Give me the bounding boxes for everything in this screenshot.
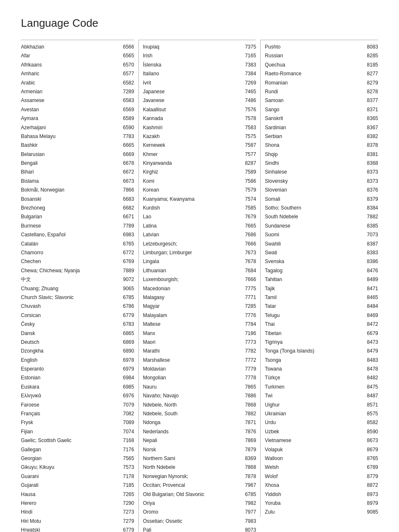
language-name: Frysk (21, 419, 118, 426)
table-row: Sundanese8385 (265, 222, 378, 230)
language-name: Luxembourgish; (143, 276, 240, 283)
table-row: Vietnamese8673 (265, 436, 378, 445)
language-code: 6785 (118, 294, 134, 301)
table-row: Xhosa8872 (265, 481, 378, 490)
language-name: Sinhalese (265, 169, 362, 176)
table-row: Bengali6678 (21, 159, 134, 168)
table-row: Occitan; Provencal7967 (143, 481, 256, 490)
language-name: South Ndebele (265, 213, 362, 220)
language-name: Malayalam (143, 312, 240, 319)
language-code: 7265 (118, 491, 134, 498)
table-row: North Ndebele7868 (143, 463, 256, 472)
table-row: Brezhoneg6682 (21, 204, 134, 212)
table-row: English6978 (21, 356, 134, 365)
language-code: 8673 (362, 437, 378, 444)
table-row: Ndonga7871 (143, 418, 256, 427)
language-name: Old Bulgarian; Old Slavonic (143, 491, 240, 498)
language-code: 7784 (240, 321, 256, 328)
language-code: 8482 (362, 374, 378, 381)
language-code: 7583 (240, 124, 256, 131)
language-name: North Ndebele (143, 464, 240, 471)
table-row: Urdu8582 (265, 418, 378, 427)
language-name: Fijian (21, 428, 118, 435)
language-name: Tamil (265, 294, 362, 301)
language-code: 7384 (240, 70, 256, 77)
language-code: 8590 (362, 428, 378, 435)
language-name: Nederlands (143, 428, 240, 435)
language-code: 6890 (118, 348, 134, 355)
language-code: 6772 (118, 249, 134, 256)
table-row: Zulu9085 (265, 508, 378, 517)
language-name: Afar (21, 52, 118, 59)
table-row: Kurdish7585 (143, 204, 256, 212)
language-code: 7082 (118, 410, 134, 417)
language-code: 7778 (240, 374, 256, 381)
language-code: 8476 (362, 267, 378, 274)
table-row: Shqip8381 (265, 150, 378, 159)
table-row: Türkçe8482 (265, 373, 378, 382)
language-name: Tigrinya (265, 339, 362, 346)
language-name: Zulu (265, 509, 362, 516)
language-name: Komi (143, 178, 240, 185)
table-row: Esperanto6979 (21, 365, 134, 373)
language-name: Yiddish (265, 491, 362, 498)
table-row: Gikuyu; Kikuyu7573 (21, 463, 134, 472)
language-name: Ndebele, North (143, 402, 240, 409)
table-row: Hausa7265 (21, 490, 134, 499)
language-name: Bosanski (21, 196, 118, 203)
table-row: Fijian7074 (21, 427, 134, 436)
language-column-1: Abkhazian6566Afar6565Afrikaans6570Amhari… (21, 40, 134, 532)
table-row: Afar6565 (21, 51, 134, 60)
table-row: Ivrit7269 (143, 79, 256, 87)
language-name: Íslenska (143, 61, 240, 69)
table-row: Chechen6769 (21, 257, 134, 266)
language-code: 8367 (362, 124, 378, 131)
language-code: 7882 (240, 410, 256, 417)
language-code: 8377 (362, 97, 378, 104)
language-name: Estonian (21, 374, 118, 381)
language-code: 6769 (118, 258, 134, 265)
language-code: 7866 (118, 187, 134, 194)
language-code: 8373 (362, 169, 378, 176)
language-code: 7168 (118, 437, 134, 444)
language-name: Khmer (143, 151, 240, 158)
language-code: 6672 (118, 169, 134, 176)
language-code: 6565 (118, 52, 134, 59)
language-name: Georgian (21, 455, 118, 462)
language-name: Kashmiri (143, 124, 240, 131)
language-code: 7879 (240, 446, 256, 453)
language-name: Français (21, 410, 118, 417)
language-name: Urdu (265, 419, 362, 426)
language-name: Lithuanian (143, 267, 240, 274)
language-name: Samoan (265, 97, 362, 104)
language-name: Kazakh (143, 133, 240, 140)
language-name: Tonga (Tonga Islands) (265, 348, 362, 355)
language-name: Sanskrit (265, 115, 362, 122)
table-row: Slovenian8376 (265, 186, 378, 194)
table-row: Sanskrit8365 (265, 114, 378, 123)
table-row: Khmer7577 (143, 150, 256, 159)
language-code: 7576 (240, 106, 256, 113)
language-name: Maltese (143, 321, 240, 328)
language-code: 7868 (240, 402, 256, 409)
language-name: Inupiaq (143, 43, 240, 51)
table-row: Javanese7486 (143, 96, 256, 105)
table-row: Faroese7079 (21, 401, 134, 409)
language-name: Herero (21, 500, 118, 507)
language-name: Oriya (143, 500, 240, 507)
language-name: Marathi (143, 348, 240, 355)
table-row: Twi8487 (265, 391, 378, 400)
table-row: Tamil8465 (265, 293, 378, 302)
table-row: Latvian7686 (143, 230, 256, 239)
language-code: 7789 (118, 223, 134, 230)
language-code: 6765 (118, 240, 134, 248)
table-row: Dzongkha6890 (21, 347, 134, 356)
language-name: Tsonga (265, 357, 362, 364)
language-name: Welsh (265, 464, 362, 471)
language-name: Azerhaijani (21, 124, 118, 131)
language-name: Swahili (265, 240, 362, 248)
table-row: Welsh6789 (265, 463, 378, 472)
table-row: South Ndebele7882 (265, 212, 378, 221)
language-code: 6869 (118, 339, 134, 346)
table-row: Ελληνικά6976 (21, 391, 134, 400)
